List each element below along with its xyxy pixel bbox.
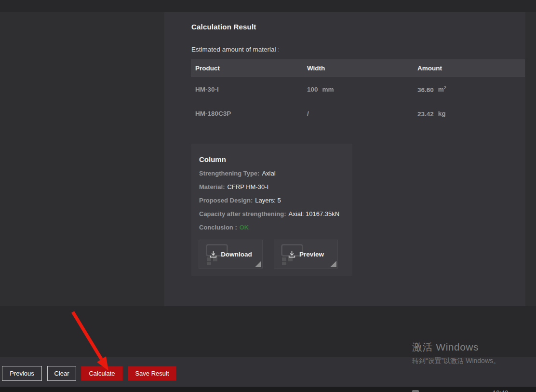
clear-button[interactable]: Clear: [47, 366, 76, 381]
app-screen: Calculation Result Estimated amount of m…: [0, 0, 536, 392]
download-button[interactable]: Download: [199, 240, 263, 269]
previous-button[interactable]: Previous: [2, 366, 42, 381]
cell-width: 100mm: [303, 86, 413, 93]
window-top-bar: [0, 0, 536, 12]
col-header-width: Width: [303, 65, 413, 72]
cell-width: /: [303, 110, 413, 117]
table-row: HM-180C3P / 23.42kg: [191, 101, 525, 125]
field-capacity: Capacity after strengthening:Axial: 1016…: [199, 211, 345, 217]
calculate-button[interactable]: Calculate: [81, 366, 123, 381]
page-title: Calculation Result: [191, 23, 256, 31]
cell-amount: 23.42kg: [413, 109, 525, 118]
taskbar-icon-partial: [412, 390, 419, 392]
material-table: Product Width Amount HM-30-I 100mm 36.60…: [191, 59, 525, 125]
preview-button[interactable]: Preview: [274, 240, 338, 269]
field-conclusion: Conclusion :OK: [199, 224, 345, 230]
footer-area: [0, 306, 536, 357]
action-bar: [0, 357, 536, 387]
estimated-material-label: Estimated amount of material:: [191, 46, 279, 53]
download-icon: [209, 250, 217, 258]
table-row: HM-30-I 100mm 36.60m2: [191, 77, 525, 101]
column-result-card: Column Strengthening Type:Axial Material…: [191, 144, 352, 276]
cell-product: HM-30-I: [191, 86, 303, 93]
table-header-row: Product Width Amount: [191, 59, 525, 77]
field-strengthening-type: Strengthening Type:Axial: [199, 170, 345, 176]
cell-amount: 36.60m2: [413, 85, 525, 94]
field-material: Material:CFRP HM-30-I: [199, 184, 345, 190]
report-buttons: Download Preview: [199, 240, 338, 269]
col-header-amount: Amount: [413, 65, 525, 72]
save-result-button[interactable]: Save Result: [128, 366, 176, 381]
taskbar-clock-partial: 10:40: [493, 389, 509, 392]
corner-resize-icon: [255, 261, 261, 267]
col-header-product: Product: [191, 65, 303, 72]
card-title: Column: [199, 155, 345, 163]
field-proposed-design: Proposed Design:Layers: 5: [199, 197, 345, 203]
taskbar-sliver[interactable]: 10:40: [0, 387, 536, 392]
corner-resize-icon: [330, 261, 336, 267]
cell-product: HM-180C3P: [191, 110, 303, 117]
conclusion-ok-badge: OK: [240, 224, 249, 231]
download-icon: [288, 250, 296, 258]
